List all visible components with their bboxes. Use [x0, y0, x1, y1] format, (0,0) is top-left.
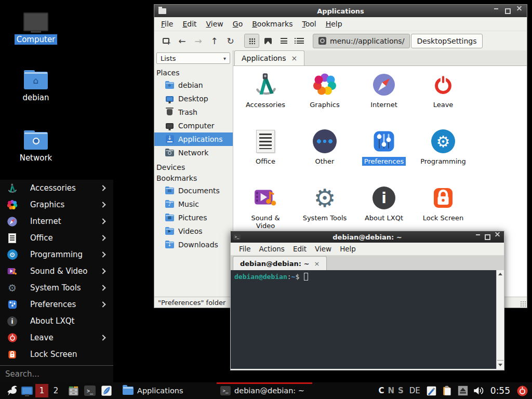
tab-applications[interactable]: Applications × — [234, 50, 304, 65]
terminal-titlebar[interactable]: >_ debian@debian: ~ — [231, 231, 504, 243]
menu-edit[interactable]: Edit — [178, 18, 201, 30]
downloads-folder-icon: ↓ — [165, 242, 174, 248]
path-segment-applications[interactable]: menu://applications/ — [313, 34, 410, 48]
app-category-preferences[interactable]: Preferences — [354, 126, 414, 182]
quicklaunch-file-manager[interactable] — [65, 382, 82, 399]
sidebar-item-videos[interactable]: ▶ Videos — [154, 224, 233, 238]
show-desktop-button[interactable] — [19, 382, 35, 399]
minimize-button[interactable] — [490, 8, 502, 9]
compact-view-button[interactable] — [276, 34, 291, 48]
sidebar-mode-select[interactable]: Lists ▾ — [156, 52, 230, 64]
icon-view-button[interactable] — [244, 34, 259, 48]
desktop-icon-debian[interactable]: ⌂ debian — [12, 72, 60, 103]
sidebar-item-music[interactable]: ♪ Music — [154, 197, 233, 211]
devices-header: Devices — [154, 159, 233, 173]
menu-bookmarks[interactable]: Bookmarks — [247, 18, 297, 30]
sidebar-item-computer[interactable]: Computer — [154, 119, 233, 132]
menu-view[interactable]: View — [311, 243, 336, 255]
menu-item-preferences[interactable]: Preferences — [0, 296, 113, 313]
menu-help[interactable]: Help — [321, 18, 347, 30]
detailed-view-button[interactable] — [292, 34, 308, 48]
main-menu-button[interactable] — [4, 382, 19, 399]
volume-icon[interactable] — [473, 382, 484, 399]
app-category-accessories[interactable]: Accessories — [236, 69, 295, 126]
removable-media-icon[interactable] — [458, 382, 468, 399]
menu-file[interactable]: File — [235, 243, 255, 255]
app-category-programming[interactable]: ⚙ Programming — [414, 126, 473, 182]
quicklaunch-terminal[interactable]: >_ — [82, 382, 98, 399]
window-folder-icon — [158, 8, 166, 14]
thumbnail-view-button[interactable] — [260, 34, 275, 48]
menu-edit[interactable]: Edit — [289, 243, 311, 255]
menu-item-graphics[interactable]: Graphics — [0, 196, 113, 213]
menu-item-system-tools[interactable]: ⚙ System Tools — [0, 280, 113, 296]
videos-folder-icon: ▶ — [165, 228, 174, 235]
fm-titlebar[interactable]: Applications — [154, 5, 527, 17]
menu-item-about-lxqt[interactable]: i About LXQt — [0, 313, 113, 329]
terminal-cursor — [304, 273, 308, 281]
sidebar-item-applications[interactable]: ↓ Applications — [154, 132, 233, 146]
menu-item-accessories[interactable]: Accessories — [0, 180, 113, 196]
accessories-icon — [252, 71, 279, 98]
menu-item-office[interactable]: Office — [0, 230, 113, 246]
applications-icon: ↓ — [166, 135, 174, 143]
terminal-scrollbar[interactable] — [496, 270, 504, 369]
menu-go[interactable]: Go — [228, 18, 247, 30]
app-category-graphics[interactable]: Graphics — [295, 69, 354, 126]
sidebar-item-desktop[interactable]: Desktop — [154, 92, 233, 105]
task-button-terminal[interactable]: >_ debian@debian: ~ — [216, 382, 313, 399]
terminal-screen[interactable]: debian@debian:~$ — [231, 270, 496, 369]
sidebar-item-pictures[interactable]: ▦ Pictures — [154, 211, 233, 224]
sidebar-item-debian[interactable]: ⌂ debian — [154, 78, 233, 92]
menu-tool[interactable]: Tool — [297, 18, 321, 30]
menu-item-lock-screen[interactable]: Lock Screen — [0, 346, 113, 363]
sidebar-item-downloads[interactable]: ↓ Downloads — [154, 238, 233, 251]
menu-item-programming[interactable]: ⚙ Programming — [0, 246, 113, 263]
app-category-office[interactable]: Office — [236, 126, 295, 182]
menu-view[interactable]: View — [202, 18, 228, 30]
menu-item-internet[interactable]: Internet — [0, 213, 113, 230]
menu-item-sound-video[interactable]: Sound & Video — [0, 263, 113, 280]
keyboard-layout[interactable]: DE — [409, 386, 420, 395]
keyboard-indicator[interactable]: C N S — [378, 386, 403, 395]
quicklaunch-featherpad[interactable] — [98, 382, 115, 399]
screenshot-tray-icon[interactable] — [426, 382, 437, 399]
path-segment-desktopsettings[interactable]: DesktopSettings — [411, 34, 482, 48]
menu-item-leave[interactable]: Leave — [0, 329, 113, 346]
forward-button[interactable]: → — [191, 34, 206, 48]
desktop-icon-network[interactable]: Network — [12, 132, 60, 163]
leave-power-button[interactable] — [516, 382, 528, 399]
workspace-1-button[interactable]: 1 — [35, 384, 48, 397]
workspace-2-button[interactable]: 2 — [49, 384, 62, 397]
clock[interactable]: 0:55 — [490, 385, 510, 396]
scroll-up-icon[interactable] — [498, 273, 502, 275]
menu-file[interactable]: File — [156, 18, 178, 30]
desktop-icon-computer[interactable]: Computer — [12, 12, 60, 45]
app-category-leave[interactable]: Leave — [414, 69, 473, 126]
tab-close-icon[interactable]: × — [291, 54, 298, 62]
minimize-button[interactable] — [473, 234, 483, 235]
app-category-internet[interactable]: Internet — [354, 69, 414, 126]
path-bar: menu://applications/ DesktopSettings — [313, 34, 523, 48]
sidebar-item-trash[interactable]: Trash — [154, 105, 233, 119]
maximize-button[interactable] — [502, 8, 513, 14]
menu-help[interactable]: Help — [336, 243, 360, 255]
window-title: debian@debian: ~ — [231, 233, 504, 241]
resize-grip[interactable] — [520, 301, 526, 307]
scroll-down-icon[interactable] — [498, 364, 502, 366]
sidebar-item-documents[interactable]: ▤ Documents — [154, 184, 233, 197]
up-button[interactable]: ↑ — [207, 34, 222, 48]
submenu-chevron-icon — [100, 202, 105, 207]
back-button[interactable]: ← — [175, 34, 190, 48]
task-button-applications[interactable]: Applications — [118, 382, 216, 399]
maximize-button[interactable] — [483, 234, 493, 240]
terminal-tab[interactable]: debian@debian: ~ × — [233, 256, 327, 270]
app-category-other[interactable]: Other — [295, 126, 354, 182]
tab-close-icon[interactable]: × — [314, 260, 320, 268]
menu-actions[interactable]: Actions — [255, 243, 289, 255]
reload-button[interactable]: ↻ — [223, 34, 238, 48]
sidebar-item-network[interactable]: Network — [154, 146, 233, 159]
clipboard-tray-icon[interactable] — [442, 382, 453, 399]
search-input[interactable] — [0, 366, 113, 382]
new-tab-button[interactable]: + — [158, 34, 174, 48]
